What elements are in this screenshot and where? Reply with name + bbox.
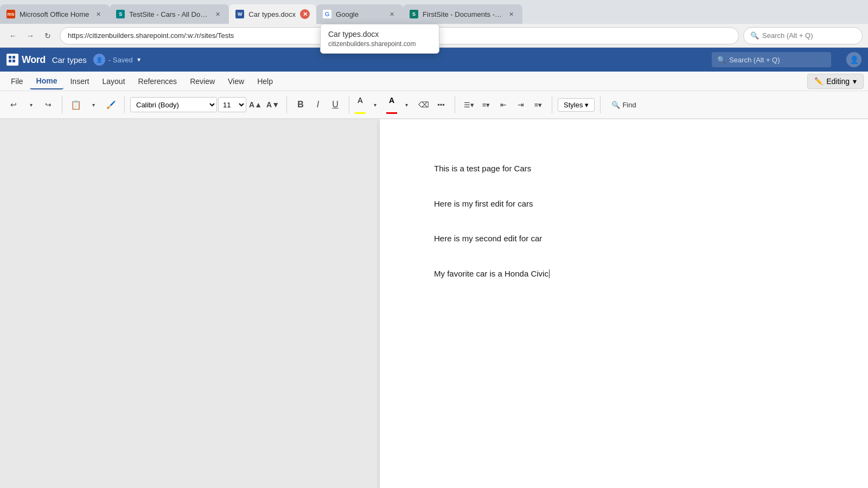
tab-firstsite-close[interactable]: ✕ [506,9,516,19]
paste-chevron-button[interactable]: ▾ [85,97,101,113]
tab-ms-home-title: Microsoft Office Home [20,10,89,18]
tooltip-url: citizenbuilders.sharepoint.com [328,40,431,48]
editing-chevron-icon: ▾ [853,77,857,86]
highlight-color-button[interactable]: A [355,96,366,114]
doc-line-3: Here is my second edit for car [434,233,814,245]
clipboard-group: 📋 ▾ 🖌️ [68,97,119,113]
ribbon-menubar: File Home Insert Layout References Revie… [0,72,868,91]
word-search-bar[interactable]: 🔍 Search (Alt + Q) [712,52,831,67]
tab-car-types[interactable]: W Car types.docx ✕ [229,4,316,24]
format-painter-button[interactable]: 🖌️ [103,97,119,113]
divider-5 [455,96,455,113]
doc-line-2-text: Here is my first edit for cars [434,199,533,208]
tab-testsite-title: TestSite - Cars - All Documents [129,10,208,18]
refresh-button[interactable]: ↻ [40,28,55,43]
doc-line-1: This is a test page for Cars [434,163,814,175]
more-options-button[interactable]: ••• [433,97,449,113]
tab-testsite-close[interactable]: ✕ [213,9,222,19]
redo-button[interactable]: ↪ [40,97,56,113]
browser-search-icon: 🔍 [750,31,759,40]
tab-car-types-title: Car types.docx [248,10,296,18]
svg-rect-2 [9,60,11,62]
font-color-indicator [386,112,397,114]
styles-chevron-icon: ▾ [585,101,589,109]
browser-search-bar[interactable]: 🔍 Search (Alt + Q) [743,27,863,44]
document-page[interactable]: This is a test page for Cars Here is my … [380,119,868,488]
clear-formatting-button[interactable]: ⌫ [416,97,432,113]
undo-button[interactable]: ↩ [5,97,22,113]
ribbon-toolbar: ↩ ▾ ↪ 📋 ▾ 🖌️ Calibri (Body)ArialTimes Ne… [0,91,868,119]
collab-icon: 👤 [93,54,105,66]
editing-mode-button[interactable]: ✏️ Editing ▾ [807,74,864,89]
increase-indent-button[interactable]: ⇥ [513,97,529,113]
svg-rect-0 [9,56,11,59]
underline-button[interactable]: U [327,97,343,113]
increase-font-button[interactable]: A▲ [247,97,264,113]
word-search-placeholder: Search (Alt + Q) [729,56,780,64]
tab-tooltip: Car types.docx citizenbuilders.sharepoin… [320,24,439,54]
find-group: 🔍 Find [606,99,641,111]
tab-testsite[interactable]: S TestSite - Cars - All Documents ✕ [110,4,229,24]
apps-grid-icon[interactable] [7,54,18,66]
menu-review[interactable]: Review [183,74,221,89]
divider-3 [286,96,287,113]
word-title-chevron-icon[interactable]: ▾ [137,56,141,63]
word-logo: Word [22,54,46,66]
font-name-select[interactable]: Calibri (Body)ArialTimes New Roman [130,97,217,112]
formatting-group: B I U [292,97,343,113]
find-button[interactable]: 🔍 Find [606,99,641,111]
color-group: A ▾ A ▾ ⌫ ••• [355,96,449,114]
font-color-chevron-button[interactable]: ▾ [398,97,414,113]
bold-button[interactable]: B [292,97,309,113]
editing-label: Editing [826,77,850,86]
menu-layout[interactable]: Layout [95,74,131,89]
tab-google[interactable]: G Google ✕ [316,4,403,24]
forward-button[interactable]: → [23,28,38,43]
highlight-color-indicator [355,112,366,114]
ms-favicon: ms [7,10,15,18]
editing-pencil-icon: ✏️ [814,77,823,85]
doc-line-2: Here is my first edit for cars [434,198,814,210]
word-favicon: W [235,10,244,18]
italic-button[interactable]: I [310,97,326,113]
paste-button[interactable]: 📋 [68,97,84,113]
list-group: ☰▾ ≡▾ ⇤ ⇥ ≡▾ [461,97,546,113]
menu-view[interactable]: View [221,74,251,89]
menu-references[interactable]: References [132,74,184,89]
decrease-font-button[interactable]: A▼ [265,97,281,113]
undo-chevron-button[interactable]: ▾ [23,97,39,113]
highlight-chevron-button[interactable]: ▾ [367,97,383,113]
tab-google-close[interactable]: ✕ [387,9,397,19]
tab-ms-home[interactable]: ms Microsoft Office Home ✕ [0,4,110,24]
menu-insert[interactable]: Insert [63,74,95,89]
numbered-list-button[interactable]: ≡▾ [478,97,494,113]
menu-help[interactable]: Help [251,74,279,89]
document-area: This is a test page for Cars Here is my … [0,119,868,488]
styles-button[interactable]: Styles ▾ [558,98,595,112]
divider-1 [62,96,62,113]
tooltip-title: Car types.docx [328,30,431,38]
tab-car-types-close[interactable]: ✕ [300,9,310,19]
back-button[interactable]: ← [5,28,21,43]
doc-line-4-text: My favorite car is a Honda Civic [434,269,548,278]
bullet-list-button[interactable]: ☰▾ [461,97,477,113]
nav-buttons: ← → ↻ [5,28,55,43]
menu-file[interactable]: File [4,74,30,89]
svg-rect-1 [12,56,15,59]
tab-bar: ms Microsoft Office Home ✕ S TestSite - … [0,0,868,24]
font-group: Calibri (Body)ArialTimes New Roman 11810… [130,97,281,113]
decrease-indent-button[interactable]: ⇤ [495,97,512,113]
divider-7 [600,96,601,113]
firstsite-favicon: S [410,10,418,18]
font-size-select[interactable]: 118101214 [218,97,246,112]
font-color-button[interactable]: A [386,96,397,114]
doc-line-3-text: Here is my second edit for car [434,234,542,243]
tab-ms-home-close[interactable]: ✕ [93,9,103,19]
word-user-avatar[interactable]: 👤 [846,52,861,67]
styles-label: Styles [564,101,583,109]
tab-firstsite-title: FirstSite - Documents - Al... [423,10,502,18]
menu-home[interactable]: Home [30,73,64,89]
tab-firstsite[interactable]: S FirstSite - Documents - Al... ✕ [403,4,522,24]
align-button[interactable]: ≡▾ [530,97,546,113]
find-label: Find [622,101,636,109]
